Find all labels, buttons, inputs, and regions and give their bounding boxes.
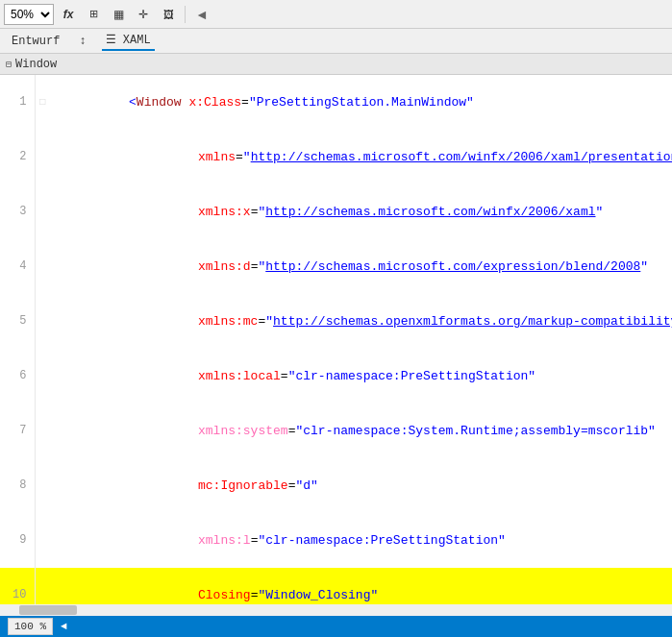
- table-row: 7 xmlns:system="clr-namespace:System.Run…: [0, 404, 672, 458]
- line-number: 5: [0, 294, 35, 349]
- fx-button[interactable]: fx: [58, 4, 79, 25]
- fold-icon: [35, 458, 50, 513]
- fold-icon: [35, 184, 50, 239]
- fold-icon[interactable]: □: [35, 75, 50, 130]
- fold-icon: [35, 349, 50, 404]
- zoom-value: 100 %: [14, 621, 46, 632]
- statusbar: 100 % ◄: [0, 616, 672, 637]
- table-row: 4 xmlns:d="http://schemas.microsoft.com/…: [0, 239, 672, 294]
- line-number: 3: [0, 184, 35, 239]
- horizontal-scrollbar[interactable]: [0, 604, 672, 616]
- fold-icon: [35, 130, 50, 184]
- arrows-tab[interactable]: ↕: [75, 33, 89, 50]
- zoom-status[interactable]: 100 %: [8, 618, 53, 635]
- table-row: 8 mc:Ignorable="d": [0, 458, 672, 513]
- code-line: mc:Ignorable="d": [50, 458, 672, 513]
- line-number: 6: [0, 349, 35, 404]
- line-number: 2: [0, 130, 35, 184]
- code-line: xmlns:x="http://schemas.microsoft.com/wi…: [50, 184, 672, 239]
- grid-icon-button[interactable]: ⊞: [83, 4, 104, 25]
- code-line: xmlns="http://schemas.microsoft.com/winf…: [50, 130, 672, 184]
- table-row: 3 xmlns:x="http://schemas.microsoft.com/…: [0, 184, 672, 239]
- table-row: 6 xmlns:local="clr-namespace:PreSettingS…: [0, 349, 672, 404]
- table-row: 2 xmlns="http://schemas.microsoft.com/wi…: [0, 130, 672, 184]
- code-line: xmlns:system="clr-namespace:System.Runti…: [50, 404, 672, 458]
- code-editor[interactable]: 1 □ <Window x:Class="PreSettingStation.M…: [0, 75, 672, 616]
- window-bar-label: Window: [15, 58, 57, 71]
- line-number: 1: [0, 75, 35, 130]
- toolbar-row2: Entwurf ↕ ☰ XAML: [0, 29, 672, 54]
- line-number: 8: [0, 458, 35, 513]
- line-number: 4: [0, 239, 35, 294]
- xaml-label: ☰ XAML: [106, 33, 151, 47]
- cursor-icon-button[interactable]: ✛: [133, 4, 154, 25]
- table-row: 1 □ <Window x:Class="PreSettingStation.M…: [0, 75, 672, 130]
- line-number: 7: [0, 404, 35, 458]
- table-row: 9 xmlns:l="clr-namespace:PreSettingStati…: [0, 513, 672, 568]
- zoom-select[interactable]: 50% 75% 100% 150% 200%: [4, 4, 54, 25]
- code-table: 1 □ <Window x:Class="PreSettingStation.M…: [0, 75, 672, 616]
- code-line: xmlns:mc="http://schemas.openxmlformats.…: [50, 294, 672, 349]
- code-line: xmlns:d="http://schemas.microsoft.com/ex…: [50, 239, 672, 294]
- arrows-icon: ↕: [79, 35, 86, 48]
- collapse-arrow-button[interactable]: ◄: [191, 4, 212, 25]
- icon-button2[interactable]: ▦: [108, 4, 129, 25]
- window-icon: ⊟: [6, 59, 12, 70]
- toolbar-separator: [185, 6, 186, 23]
- entwurf-label: Entwurf: [12, 35, 60, 48]
- fold-icon: [35, 404, 50, 458]
- fold-icon: [35, 513, 50, 568]
- code-line: xmlns:l="clr-namespace:PreSettingStation…: [50, 513, 672, 568]
- xaml-tab[interactable]: ☰ XAML: [102, 31, 155, 51]
- scroll-indicator[interactable]: ◄: [61, 621, 67, 632]
- window-bar: ⊟ Window: [0, 54, 672, 75]
- scrollbar-thumb[interactable]: [19, 605, 77, 615]
- fold-icon: [35, 294, 50, 349]
- table-row: 5 xmlns:mc="http://schemas.openxmlformat…: [0, 294, 672, 349]
- toolbar-row1: 50% 75% 100% 150% 200% fx ⊞ ▦ ✛ 🖼 ◄: [0, 0, 672, 29]
- photo-icon-button[interactable]: 🖼: [158, 4, 179, 25]
- code-line: <Window x:Class="PreSettingStation.MainW…: [50, 75, 672, 130]
- fold-icon: [35, 239, 50, 294]
- entwurf-tab[interactable]: Entwurf: [8, 33, 63, 50]
- line-number: 9: [0, 513, 35, 568]
- code-line: xmlns:local="clr-namespace:PreSettingSta…: [50, 349, 672, 404]
